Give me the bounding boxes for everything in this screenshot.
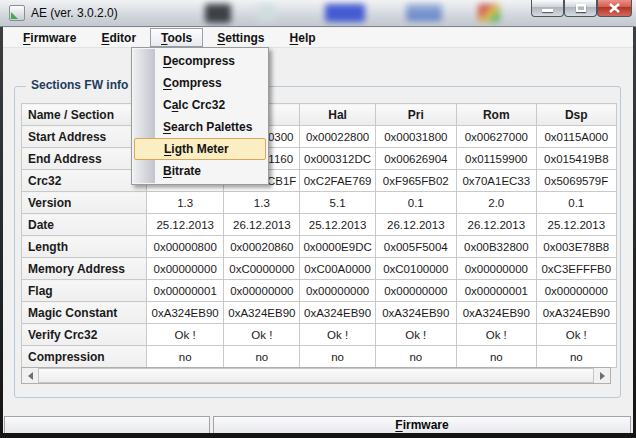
- table-cell: 26.12.2013: [224, 214, 300, 236]
- row-label: Length: [22, 236, 147, 258]
- firmware-button-label: Firmware: [395, 418, 448, 432]
- table-cell: 0xA324EB90: [375, 302, 456, 324]
- blurred-desktop-icon: [205, 4, 231, 23]
- table-cell: 0xC3EFFFB0: [536, 258, 616, 280]
- table-cell: Ok !: [224, 324, 300, 346]
- table-cell: 0x01159900: [456, 148, 536, 170]
- close-button[interactable]: [597, 0, 632, 17]
- table-cell: 0xF965FB02: [375, 170, 456, 192]
- maximize-icon: [576, 4, 586, 12]
- sections-table: Name / SectionHalPriRomDsp Start Address…: [21, 103, 617, 368]
- table-cell: 0xA324EB90: [224, 302, 300, 324]
- minimize-icon: [542, 9, 553, 12]
- title-bar: AE (ver. 3.0.2.0): [0, 0, 636, 27]
- table-cell: 0x00627000: [456, 126, 536, 148]
- table-cell: 0x0115A000: [536, 126, 616, 148]
- header-cell: Pri: [375, 104, 456, 126]
- table-cell: Ok !: [536, 324, 616, 346]
- table-cell: 0x00000000: [375, 280, 456, 302]
- minimize-button[interactable]: [531, 0, 564, 17]
- table-cell: 0x00020860: [224, 236, 300, 258]
- row-label: Crc32: [22, 170, 147, 192]
- row-label: Compression: [22, 346, 147, 368]
- window-frame-bottom: [0, 433, 636, 438]
- blurred-desktop-icon: [258, 4, 275, 21]
- table-cell: 2.0: [456, 192, 536, 214]
- table-row: End Address0x000008000x000211600x000312D…: [22, 148, 617, 170]
- table-row: Version1.31.35.10.12.00.1: [22, 192, 617, 214]
- groupbox-label: Sections FW info: [26, 78, 133, 92]
- menu-item-search-palettes[interactable]: Search Palettes: [132, 116, 268, 138]
- app-window: AE (ver. 3.0.2.0) FirmwareEditorToolsSet…: [0, 0, 636, 438]
- blurred-desktop-icon: [325, 4, 365, 22]
- table-row: Crc320x7A9C7CC50x703CCB1F0xC2FAE7690xF96…: [22, 170, 617, 192]
- scroll-right-button[interactable]: [594, 368, 610, 383]
- scroll-left-button[interactable]: [22, 368, 38, 383]
- menu-item-decompress[interactable]: Decompress: [132, 50, 268, 72]
- table-cell: 0.1: [536, 192, 616, 214]
- table-row: Verify Crc32Ok !Ok !Ok !Ok !Ok !Ok !: [22, 324, 617, 346]
- table-header-row: Name / SectionHalPriRomDsp: [22, 104, 617, 126]
- header-cell: Name / Section: [22, 104, 147, 126]
- scroll-left-icon: [28, 372, 33, 380]
- table-cell: 0x00000800: [147, 236, 224, 258]
- table-cell: Ok !: [456, 324, 536, 346]
- table-cell: 25.12.2013: [300, 214, 375, 236]
- table-cell: 0xC0100000: [375, 258, 456, 280]
- table-row: Start Address0x000000000x000003000x00022…: [22, 126, 617, 148]
- menu-item-compress[interactable]: Compress: [132, 72, 268, 94]
- table-cell: 0.1: [375, 192, 456, 214]
- menubar-item-settings[interactable]: Settings: [206, 28, 275, 47]
- table-row: Flag0x000000010x000000000x000000000x0000…: [22, 280, 617, 302]
- table-cell: 25.12.2013: [147, 214, 224, 236]
- table-cell: no: [375, 346, 456, 368]
- app-icon: [9, 5, 25, 21]
- firmware-button[interactable]: Firmware: [213, 416, 631, 434]
- scrollbar-thumb[interactable]: [38, 368, 594, 383]
- menubar-item-firmware[interactable]: Firmware: [12, 28, 87, 47]
- table-cell: 0xC0000000: [224, 258, 300, 280]
- table-row: Memory Address0x000000000xC00000000xC00A…: [22, 258, 617, 280]
- menubar-item-tools[interactable]: Tools: [150, 28, 203, 47]
- table-cell: 0x005F5004: [375, 236, 456, 258]
- header-cell: Dsp: [536, 104, 616, 126]
- table-cell: 1.3: [224, 192, 300, 214]
- row-label: Magic Constant: [22, 302, 147, 324]
- table-head: Name / SectionHalPriRomDsp: [22, 104, 617, 126]
- table-cell: 0x00000001: [456, 280, 536, 302]
- row-label: Date: [22, 214, 147, 236]
- table-cell: 0x00000000: [456, 258, 536, 280]
- menubar-item-help[interactable]: Help: [279, 28, 327, 47]
- table-cell: 0x003E78B8: [536, 236, 616, 258]
- table-cell: 0x000312DC: [300, 148, 375, 170]
- close-icon: [609, 3, 620, 13]
- menu-item-bitrate[interactable]: Bitrate: [132, 160, 268, 182]
- table-cell: 0xA324EB90: [300, 302, 375, 324]
- table-cell: no: [456, 346, 536, 368]
- table-row: Magic Constant0xA324EB900xA324EB900xA324…: [22, 302, 617, 324]
- header-cell: Rom: [456, 104, 536, 126]
- table-row: Compressionnononononono: [22, 346, 617, 368]
- blurred-desktop-icon: [406, 4, 442, 21]
- table-cell: 1.3: [147, 192, 224, 214]
- table-row: Date25.12.201326.12.201325.12.201326.12.…: [22, 214, 617, 236]
- table-cell: Ok !: [147, 324, 224, 346]
- table-cell: 0x00000001: [147, 280, 224, 302]
- menubar-item-editor[interactable]: Editor: [90, 28, 147, 47]
- maximize-button[interactable]: [564, 0, 597, 17]
- table-cell: 5.1: [300, 192, 375, 214]
- menu-item-calc-crc32[interactable]: Calc Crc32: [132, 94, 268, 116]
- table-cell: 0x015419B8: [536, 148, 616, 170]
- table-cell: 0x00626904: [375, 148, 456, 170]
- table-cell: 0x00000000: [224, 280, 300, 302]
- menu-item-ligth-meter[interactable]: Ligth Meter: [134, 138, 266, 160]
- row-label: Start Address: [22, 126, 147, 148]
- row-label: Flag: [22, 280, 147, 302]
- table-cell: 0xC00A0000: [300, 258, 375, 280]
- row-label: End Address: [22, 148, 147, 170]
- row-label: Verify Crc32: [22, 324, 147, 346]
- horizontal-scrollbar[interactable]: [21, 367, 611, 384]
- table-cell: 0x00B32800: [456, 236, 536, 258]
- tools-dropdown-menu: DecompressCompressCalc Crc32Search Palet…: [131, 47, 269, 185]
- table-cell: no: [536, 346, 616, 368]
